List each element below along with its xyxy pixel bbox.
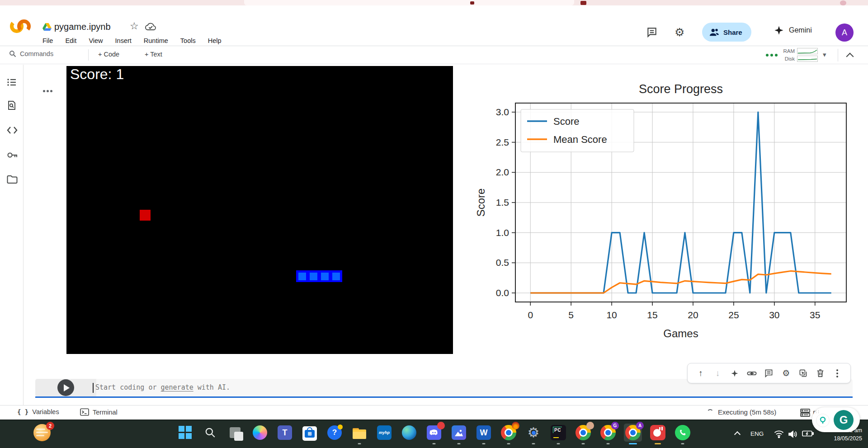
widgets-weather-button[interactable]: 2 — [33, 424, 52, 442]
taskbar-copilot[interactable] — [251, 424, 269, 442]
resource-monitor[interactable]: RAM Disk — [781, 47, 818, 62]
tray-overflow-chevron-icon[interactable] — [734, 431, 741, 438]
delete-cell-icon[interactable] — [815, 368, 826, 379]
taskbar-word[interactable]: W — [475, 424, 493, 442]
menu-runtime[interactable]: Runtime — [144, 37, 168, 44]
executing-status: Executing (5m 58s) — [707, 408, 776, 416]
resources-dropdown-icon[interactable]: ▾ — [823, 51, 826, 59]
move-cell-up-icon[interactable]: ↑ — [695, 368, 706, 379]
wifi-icon[interactable] — [774, 430, 784, 438]
left-sidebar — [0, 65, 24, 405]
taskbar-task-view[interactable] — [226, 424, 244, 442]
windows-logo-icon — [179, 426, 192, 439]
commands-button[interactable]: Commands — [9, 50, 53, 57]
code-placeholder[interactable]: Start coding or generate with AI. — [95, 383, 230, 391]
taskbar-start[interactable] — [176, 424, 194, 442]
star-icon[interactable]: ☆ — [130, 20, 139, 32]
taskbar-quick-assist[interactable]: ? — [326, 424, 344, 442]
battery-icon[interactable] — [802, 430, 814, 437]
taskbar-settings[interactable]: ⚙ — [524, 424, 542, 442]
taskbar-chrome-profile-fire[interactable] — [500, 424, 518, 442]
menu-insert[interactable]: Insert — [115, 37, 132, 44]
taskbar-chrome-profile-g[interactable]: G — [599, 424, 617, 442]
menu-help[interactable]: Help — [208, 37, 222, 44]
x-tick-label: 5 — [568, 310, 574, 320]
add-comment-icon[interactable] — [764, 368, 774, 379]
taskbar-discord[interactable] — [425, 424, 443, 442]
terminal-icon — [80, 408, 89, 416]
grammarly-logo[interactable]: G — [834, 410, 854, 430]
running-indicator — [458, 443, 461, 444]
taskbar-pycharm[interactable]: PC — [549, 424, 567, 442]
table-of-contents-icon[interactable] — [6, 77, 17, 88]
taskbar-whatsapp[interactable] — [674, 424, 692, 442]
code-snippets-icon[interactable] — [6, 125, 18, 135]
account-avatar[interactable]: A — [835, 24, 854, 42]
y-tick-label: 2.5 — [496, 137, 509, 147]
terminal-button[interactable]: Terminal — [80, 408, 118, 416]
add-code-button[interactable]: + Code — [98, 51, 119, 58]
variables-icon: { } — [17, 408, 28, 415]
running-indicator — [557, 443, 560, 444]
taskbar-chrome-profile-a[interactable]: A — [624, 424, 642, 442]
cell-focus-underline — [35, 396, 853, 398]
taskbar-microsoft-store[interactable]: ⊞ — [301, 424, 319, 442]
files-icon[interactable] — [6, 174, 18, 184]
cell-options-ellipsis-icon[interactable] — [43, 90, 52, 92]
secrets-icon[interactable] — [6, 150, 18, 160]
taskbar-myhp[interactable]: myhp — [375, 424, 393, 442]
taskbar-gom-player[interactable] — [649, 424, 667, 442]
menu-edit[interactable]: Edit — [65, 37, 76, 44]
running-indicator — [607, 443, 610, 444]
grammarly-widget[interactable]: G — [812, 407, 860, 432]
bottom-statusbar: { } Variables Terminal Executing (5m 58s… — [0, 405, 868, 420]
mirror-cell-icon[interactable] — [797, 368, 808, 379]
pygame-output-canvas: Score: 1 — [66, 66, 453, 354]
browser-strip-mark — [840, 0, 846, 5]
grammarly-suggestion-icon[interactable] — [816, 414, 830, 427]
cloud-saved-icon — [145, 22, 156, 32]
gemini-button[interactable]: Gemini — [774, 25, 812, 35]
collapse-header-icon[interactable] — [846, 53, 854, 61]
colab-logo-icon[interactable] — [9, 16, 32, 36]
taskbar-search[interactable] — [201, 424, 219, 442]
taskbar-edge[interactable] — [400, 424, 418, 442]
taskbar-photos[interactable] — [450, 424, 468, 442]
gemini-sparkle-icon[interactable] — [729, 368, 740, 379]
add-text-button[interactable]: + Text — [145, 51, 162, 58]
gom-player-icon — [650, 425, 665, 440]
drag-handle-dots-icon[interactable] — [815, 410, 820, 414]
ram-label: RAM — [781, 48, 795, 54]
snake-segment — [321, 273, 329, 280]
toolbar-divider — [838, 49, 838, 61]
file-explorer-icon — [353, 428, 366, 439]
tray-language[interactable]: ENG — [750, 430, 764, 437]
run-cell-button[interactable] — [57, 379, 74, 396]
runtime-rack-icon — [800, 408, 810, 417]
x-tick-label: 20 — [688, 310, 698, 320]
taskbar-chrome-profile-photo[interactable] — [574, 424, 592, 442]
more-actions-icon[interactable] — [832, 368, 843, 379]
share-button[interactable]: Share — [702, 23, 751, 42]
tray-date-value: 18/05/2025 — [834, 435, 862, 443]
move-cell-down-icon[interactable]: ↓ — [712, 368, 723, 379]
notebook-title[interactable]: pygame.ipynb — [54, 22, 111, 32]
taskbar-file-explorer[interactable] — [350, 424, 368, 442]
word-icon: W — [476, 425, 491, 440]
generate-link[interactable]: generate — [161, 383, 193, 391]
editor-settings-icon[interactable]: ⚙ — [781, 368, 792, 379]
screen: pygame.ipynb ☆ FileEditViewInsertRuntime… — [0, 0, 868, 448]
comments-icon[interactable] — [646, 26, 658, 38]
variables-button[interactable]: { } Variables — [17, 408, 59, 415]
find-replace-icon[interactable] — [6, 100, 17, 111]
game-score-label: Score: 1 — [70, 66, 124, 83]
menu-view[interactable]: View — [89, 37, 103, 44]
taskbar-teams[interactable]: T — [276, 424, 294, 442]
photos-icon — [452, 425, 466, 440]
volume-icon[interactable] — [788, 430, 798, 439]
menu-file[interactable]: File — [42, 37, 53, 44]
link-to-cell-icon[interactable] — [746, 368, 757, 379]
settings-gear-icon[interactable]: ⚙ — [675, 26, 684, 38]
pycharm-icon: PC — [551, 425, 566, 440]
menu-tools[interactable]: Tools — [180, 37, 196, 44]
